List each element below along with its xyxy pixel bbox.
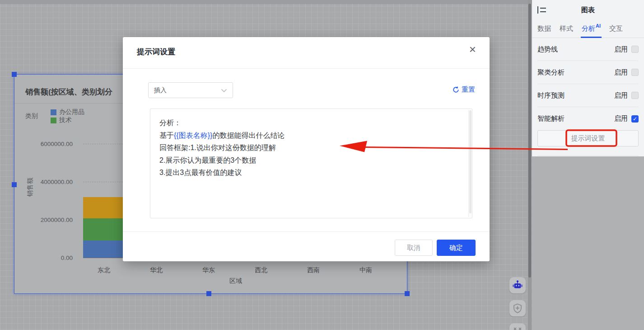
- prompt-settings-row: 提示词设置: [537, 130, 639, 156]
- prompt-text: 3.提出3点最有价值的建议: [159, 169, 242, 176]
- x-tick-label: 中南: [348, 266, 384, 274]
- legend-title: 类别: [25, 112, 38, 120]
- prompt-text-editor[interactable]: 分析：基于{{图表名称}}的数据能得出什么结论回答框架:1.说出你对这份数据的理…: [150, 108, 472, 218]
- checked-checkbox[interactable]: ✓: [631, 115, 639, 123]
- prompt-text: 2.展示你认为最重要的3个数据: [159, 156, 256, 164]
- panel-collapse-icon[interactable]: [537, 5, 547, 14]
- y-tick-label: 4000000.00: [14, 179, 73, 185]
- modal-title: 提示词设置: [137, 47, 175, 57]
- unchecked-checkbox[interactable]: [631, 92, 639, 99]
- y-tick-label: 6000000.00: [14, 141, 73, 147]
- legend-label: 办公用品: [59, 108, 84, 116]
- confirm-button[interactable]: 确定: [437, 240, 476, 256]
- canvas-scrollbar-thumb[interactable]: [528, 4, 531, 278]
- prompt-text: 基于: [159, 132, 174, 139]
- prompt-line: 基于{{图表名称}}的数据能得出什么结论: [159, 129, 460, 142]
- enable-label: 启用: [614, 91, 628, 100]
- tab-数据[interactable]: 数据: [537, 20, 551, 38]
- ai-robot-icon: [512, 280, 523, 291]
- resize-handle-bottom-right[interactable]: [405, 291, 410, 296]
- panel-row-聚类分析: 聚类分析启用: [537, 61, 639, 84]
- row-label: 智能解析: [537, 114, 614, 123]
- modal-header: 提示词设置 ×: [123, 37, 490, 69]
- x-tick-label: 东北: [86, 266, 122, 274]
- reset-button[interactable]: 重置: [453, 85, 475, 94]
- shield-plus-icon: [513, 303, 523, 313]
- insert-dropdown[interactable]: 插入: [148, 82, 233, 98]
- resize-handle-top-left[interactable]: [12, 72, 17, 77]
- enable-label: 启用: [614, 68, 628, 77]
- settings-panel: 图表 数据样式分析AI交互 趋势线启用聚类分析启用时序预测启用智能解析启用✓ 提…: [532, 0, 644, 330]
- prompt-line: 分析：: [159, 117, 460, 129]
- tab-分析[interactable]: 分析AI: [582, 20, 601, 38]
- bar-segment-技术: [83, 218, 125, 240]
- panel-row-智能解析: 智能解析启用✓: [537, 107, 639, 130]
- shield-button[interactable]: [509, 300, 526, 316]
- chart-legend: 类别 办公用品技术: [25, 108, 94, 124]
- canvas-scrollbar: [528, 0, 532, 330]
- panel-title: 图表: [532, 6, 644, 14]
- panel-row-时序预测: 时序预测启用: [537, 84, 639, 107]
- panel-dimmed-area: [532, 156, 644, 330]
- y-tick-label: 0.00: [14, 255, 73, 261]
- close-icon[interactable]: ×: [469, 43, 476, 55]
- template-token: {{图表名称}}: [174, 132, 212, 139]
- row-label: 聚类分析: [537, 68, 614, 77]
- legend-swatch: [51, 109, 56, 115]
- x-tick-label: 西南: [295, 266, 331, 274]
- row-label: 趋势线: [537, 45, 614, 54]
- x-tick-label: 华东: [191, 266, 227, 274]
- legend-item-技术[interactable]: 技术: [51, 116, 84, 124]
- legend-label: 技术: [59, 116, 72, 124]
- ai-assistant-button[interactable]: [509, 277, 526, 293]
- row-label: 时序预测: [537, 91, 614, 100]
- x-axis-label: 区域: [218, 277, 254, 285]
- prompt-line: 3.提出3点最有价值的建议: [159, 166, 460, 179]
- panel-row-趋势线: 趋势线启用: [537, 38, 639, 61]
- enable-label: 启用: [614, 114, 628, 123]
- refresh-icon: [453, 86, 459, 93]
- prompt-settings-button[interactable]: 提示词设置: [537, 130, 639, 146]
- chart-title: 销售额(按区域、类别划分: [25, 87, 112, 97]
- unchecked-checkbox[interactable]: [631, 69, 639, 76]
- prompt-text: 分析：: [159, 119, 181, 127]
- prompt-text: 回答框架:1.说出你对这份数据的理解: [159, 144, 276, 151]
- collapse-widgets-button[interactable]: [509, 323, 526, 330]
- bar-segment-办公用品: [83, 240, 125, 258]
- modal-footer-divider: [123, 231, 490, 232]
- chevron-down-icon: [221, 87, 227, 94]
- bar-segment: [83, 197, 125, 218]
- resize-handle-bottom-middle[interactable]: [206, 291, 211, 296]
- enable-label: 启用: [614, 45, 628, 54]
- legend-swatch: [51, 118, 56, 123]
- prompt-text: 的数据能得出什么结论: [212, 132, 285, 139]
- prompt-line: 回答框架:1.说出你对这份数据的理解: [159, 141, 460, 154]
- canvas-top-strip: [0, 0, 532, 4]
- panel-header: 图表: [532, 0, 644, 20]
- legend-item-办公用品[interactable]: 办公用品: [51, 108, 84, 116]
- editor-scrollbar-thumb[interactable]: [469, 110, 471, 213]
- ai-badge: AI: [596, 23, 601, 28]
- editor-scrollbar: [468, 110, 471, 217]
- x-tick-label: 西北: [243, 266, 279, 274]
- panel-tabs: 数据样式分析AI交互: [532, 20, 644, 38]
- unchecked-checkbox[interactable]: [631, 46, 639, 53]
- app-window: 销售额(按区域、类别划分 类别 办公用品技术 销售额 6000000.00400…: [0, 0, 644, 330]
- x-tick-label: 华北: [138, 266, 174, 274]
- insert-dropdown-value: 插入: [154, 86, 167, 94]
- tab-交互[interactable]: 交互: [609, 20, 623, 38]
- prompt-line: 2.展示你认为最重要的3个数据: [159, 154, 460, 167]
- y-tick-label: 2000000.00: [14, 217, 73, 223]
- prompt-settings-modal: 提示词设置 × 插入 重置 分析：基于{{图表名称}}的数据能得出什么结论回答框…: [123, 37, 490, 261]
- tab-样式[interactable]: 样式: [560, 20, 573, 38]
- collapse-widgets-icon: [513, 326, 523, 330]
- reset-label: 重置: [462, 85, 475, 94]
- cancel-button[interactable]: 取消: [395, 240, 433, 256]
